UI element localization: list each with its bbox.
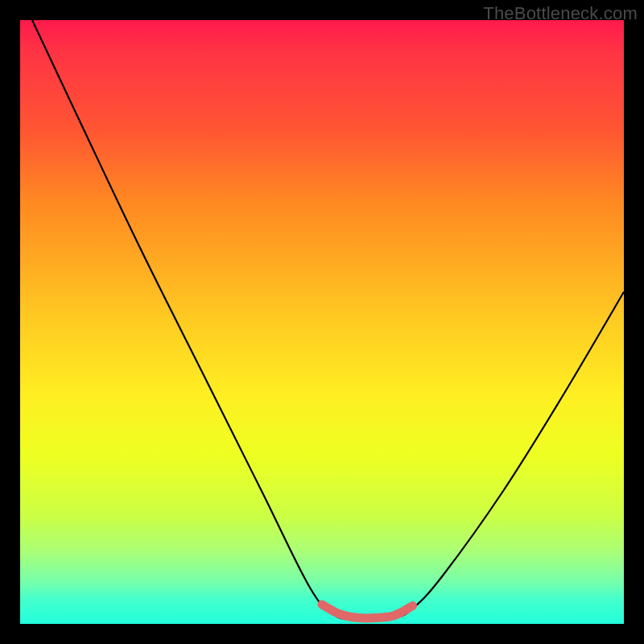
- optimal-band-path: [322, 605, 413, 618]
- chart-plot-area: [20, 20, 624, 624]
- bottleneck-curve-path: [32, 20, 624, 619]
- chart-svg: [20, 20, 624, 624]
- watermark-text: TheBottleneck.com: [483, 3, 638, 24]
